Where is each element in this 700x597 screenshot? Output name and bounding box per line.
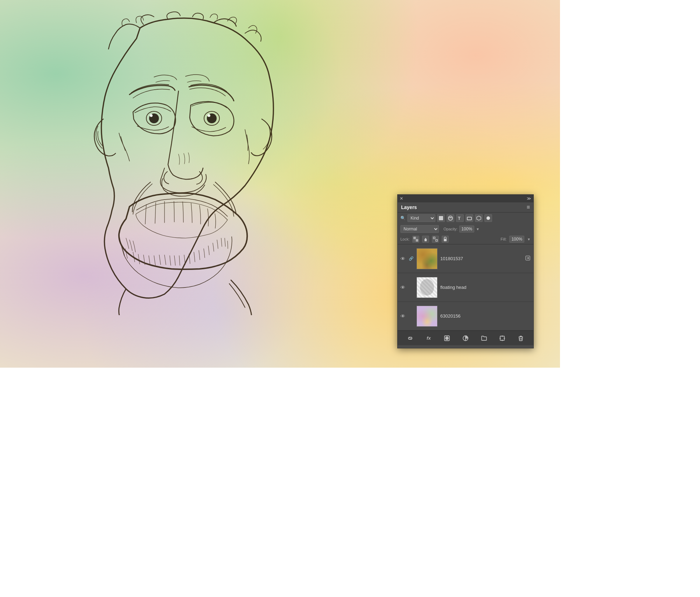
- layer-item[interactable]: 👁 🔗 floating head: [398, 273, 533, 302]
- filter-type-icon[interactable]: T: [456, 214, 464, 222]
- layers-panel: ✕ ≫ Layers ≡ 🔍 Kind Name Effect Mode T: [397, 194, 534, 348]
- svg-text:T: T: [458, 216, 461, 221]
- layer-thumbnail: [416, 306, 438, 327]
- face-sketch: .sketch { stroke: #2a1a08; fill: none; s…: [18, 0, 332, 315]
- svg-rect-6: [439, 216, 443, 220]
- panel-title-row: Layers ≡: [398, 202, 533, 213]
- footer-link-button[interactable]: [405, 333, 415, 343]
- svg-rect-12: [416, 237, 418, 239]
- svg-rect-9: [467, 217, 471, 220]
- lock-artboard-icon[interactable]: [432, 236, 439, 243]
- footer-mask-button[interactable]: [442, 333, 452, 343]
- svg-rect-13: [413, 239, 416, 242]
- layer-link-action-icon[interactable]: [525, 255, 531, 262]
- blend-mode-select[interactable]: Normal Dissolve Multiply Screen Overlay: [400, 225, 439, 233]
- filter-adjustment-icon[interactable]: [447, 214, 454, 222]
- layer-name: 101801537: [440, 256, 522, 261]
- filter-shape-icon[interactable]: [465, 214, 473, 222]
- fill-arrow[interactable]: ▼: [527, 237, 531, 241]
- panel-footer: fx: [398, 331, 533, 345]
- fill-label: Fill:: [500, 237, 506, 241]
- filter-search-icon: 🔍: [400, 216, 406, 221]
- layer-visibility-toggle[interactable]: 👁: [400, 313, 406, 319]
- lock-transparent-icon[interactable]: [412, 236, 419, 243]
- filter-circle-dot-icon[interactable]: [484, 214, 492, 222]
- footer-trash-button[interactable]: [516, 333, 526, 343]
- layer-visibility-toggle[interactable]: 👁: [400, 285, 406, 290]
- layer-name: 63020156: [440, 313, 531, 319]
- fill-value[interactable]: 100%: [509, 236, 524, 243]
- lock-row: Lock: Fill: 100% ▼: [398, 234, 533, 244]
- panel-header-bar: ✕ ≫: [398, 195, 533, 202]
- opacity-arrow[interactable]: ▼: [476, 227, 479, 231]
- filter-smart-object-icon[interactable]: [475, 214, 483, 222]
- white-canvas-area: [0, 368, 560, 597]
- svg-point-5: [208, 114, 210, 117]
- lock-all-icon[interactable]: [442, 236, 449, 243]
- filter-kind-select[interactable]: Kind Name Effect Mode: [407, 214, 435, 222]
- layer-thumbnail: [416, 248, 438, 269]
- layer-name: floating head: [440, 285, 531, 290]
- footer-folder-button[interactable]: [479, 333, 489, 343]
- layer-link-icon: 🔗: [409, 256, 414, 261]
- svg-rect-15: [433, 237, 435, 239]
- svg-rect-14: [425, 240, 427, 241]
- panel-close-button[interactable]: ✕: [400, 196, 403, 201]
- opacity-label: Opacity:: [443, 227, 457, 231]
- panel-title: Layers: [401, 204, 417, 210]
- lock-label: Lock:: [400, 237, 410, 241]
- lock-image-icon[interactable]: [422, 236, 429, 243]
- svg-rect-16: [436, 240, 438, 241]
- svg-rect-10: [413, 237, 416, 239]
- svg-point-20: [446, 337, 448, 340]
- layer-thumbnail: [416, 277, 438, 298]
- filter-bar: 🔍 Kind Name Effect Mode T: [398, 213, 533, 224]
- footer-adjustment-button[interactable]: [461, 333, 470, 343]
- layer-visibility-toggle[interactable]: 👁: [400, 256, 406, 262]
- layer-item[interactable]: 👁 🔗 63020156: [398, 302, 533, 331]
- svg-point-2: [150, 114, 153, 117]
- panel-menu-icon[interactable]: ≡: [527, 204, 530, 210]
- svg-rect-11: [416, 239, 418, 242]
- footer-artboard-button[interactable]: [497, 333, 507, 343]
- layer-item[interactable]: 👁 🔗 101801537: [398, 244, 533, 273]
- layers-list: 👁 🔗 101801537 👁 🔗 floating head: [398, 244, 533, 331]
- footer-fx-button[interactable]: fx: [424, 333, 434, 343]
- blend-opacity-row: Normal Dissolve Multiply Screen Overlay …: [398, 224, 533, 234]
- svg-rect-17: [444, 239, 447, 241]
- opacity-value[interactable]: 100%: [459, 225, 474, 232]
- filter-pixel-icon[interactable]: [437, 214, 445, 222]
- panel-expand-button[interactable]: ≫: [527, 196, 531, 201]
